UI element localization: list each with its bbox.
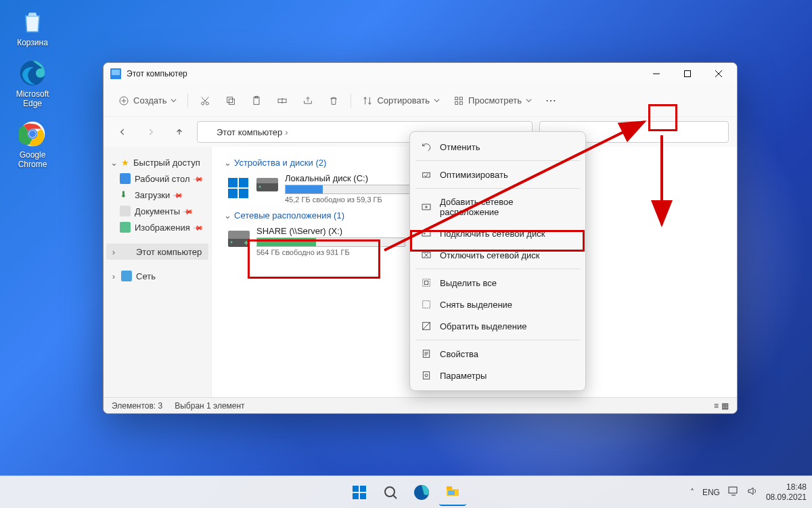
svg-rect-37 (424, 281, 428, 284)
ctx-map-drive[interactable]: Подключить сетевой диск (410, 223, 585, 244)
paste-button[interactable] (245, 89, 268, 112)
back-button[interactable] (112, 121, 133, 143)
up-button[interactable] (168, 121, 190, 143)
nav-this-pc[interactable]: ›Этот компьютер (106, 244, 208, 260)
rename-button[interactable] (271, 89, 294, 112)
svg-rect-52 (447, 486, 452, 489)
tray-network-icon[interactable] (728, 486, 739, 498)
svg-rect-14 (459, 97, 462, 99)
desktop-icons: Корзина Microsoft Edge Google Chrome (7, 7, 58, 180)
ctx-add-net-location[interactable]: Добавить сетевое расположение (410, 191, 585, 223)
view-tiles-icon[interactable]: ▦ (721, 401, 729, 411)
svg-point-30 (231, 241, 233, 243)
ctx-properties[interactable]: Свойства (410, 343, 585, 365)
svg-rect-49 (360, 493, 366, 499)
tray-lang[interactable]: ENG (702, 488, 720, 497)
nav-network[interactable]: ›Сеть (106, 268, 208, 284)
taskbar: ˄ ENG 18:48 08.09.2021 (0, 476, 812, 508)
drive-share-name: SHARE (\\Server) (X:) (256, 226, 405, 236)
nav-documents[interactable]: Документы📌 (106, 203, 208, 219)
taskbar-edge[interactable] (408, 479, 435, 506)
nav-pictures[interactable]: Изображения📌 (106, 219, 208, 235)
ctx-invert-selection[interactable]: Обратить выделение (410, 315, 585, 337)
chrome-shortcut[interactable]: Google Chrome (7, 119, 58, 169)
tray-chevron-icon[interactable]: ˄ (690, 488, 694, 497)
svg-rect-19 (228, 189, 238, 198)
edge-shortcut[interactable]: Microsoft Edge (7, 58, 58, 108)
titlebar[interactable]: Этот компьютер (104, 63, 737, 85)
view-label: Просмотреть (468, 95, 522, 106)
create-button[interactable]: Создать (113, 89, 182, 112)
windows-drive-icon (228, 178, 250, 200)
crumb-0[interactable]: Этот компьютер (217, 127, 291, 137)
svg-rect-17 (228, 178, 238, 187)
recycle-bin-icon (18, 7, 47, 37)
edge-label: Microsoft Edge (7, 89, 58, 108)
svg-rect-8 (229, 99, 235, 104)
drive-icon (256, 178, 278, 200)
ctx-disconnect-drive[interactable]: Отключить сетевой диск (410, 244, 585, 266)
window-title: Этот компьютер (127, 69, 641, 78)
network-drive-icon (228, 231, 250, 252)
nav-pane: ⌄★Быстрый доступ Рабочий стол📌 ⬇Загрузки… (104, 147, 212, 397)
svg-point-3 (29, 131, 36, 137)
view-details-icon[interactable]: ≡ (714, 401, 719, 411)
nav-quick-access[interactable]: ⌄★Быстрый доступ (106, 155, 208, 170)
svg-rect-48 (353, 493, 359, 499)
svg-rect-13 (455, 97, 458, 99)
drive-share-sub: 564 ГБ свободно из 931 ГБ (256, 248, 405, 256)
recycle-bin-label: Корзина (7, 38, 58, 47)
svg-rect-46 (353, 486, 359, 492)
ctx-select-none[interactable]: Снять выделение (410, 294, 585, 315)
taskbar-explorer[interactable] (439, 479, 466, 506)
status-bar: Элементов: 3 Выбран 1 элемент ≡ ▦ (104, 397, 737, 413)
edge-icon (18, 58, 47, 88)
svg-point-34 (424, 233, 425, 234)
minimize-button[interactable] (641, 63, 672, 85)
maximize-button[interactable] (672, 63, 703, 85)
pc-icon (202, 126, 212, 137)
svg-rect-20 (239, 189, 248, 198)
svg-rect-9 (227, 97, 233, 102)
system-tray: ˄ ENG 18:48 08.09.2021 (690, 482, 807, 502)
ctx-options[interactable]: Параметры (410, 365, 585, 386)
nav-downloads[interactable]: ⬇Загрузки📌 (106, 187, 208, 203)
share-button[interactable] (296, 89, 319, 112)
svg-point-42 (425, 374, 428, 377)
cut-button[interactable] (194, 89, 217, 112)
forward-button[interactable] (140, 121, 162, 143)
search-button[interactable] (377, 479, 404, 506)
view-button[interactable]: Просмотреть (448, 89, 537, 112)
start-button[interactable] (346, 479, 373, 506)
svg-point-7 (206, 102, 209, 105)
ctx-optimize[interactable]: Оптимизировать (410, 164, 585, 185)
svg-rect-41 (423, 372, 429, 379)
tray-volume-icon[interactable] (747, 486, 758, 498)
toolbar: Создать Сортировать Просмотреть ⋯ (104, 85, 737, 117)
svg-rect-47 (360, 486, 366, 492)
nav-desktop[interactable]: Рабочий стол📌 (106, 170, 208, 187)
svg-rect-4 (685, 71, 691, 77)
more-button[interactable]: ⋯ (540, 89, 563, 112)
svg-rect-16 (459, 101, 462, 104)
copy-button[interactable] (219, 89, 242, 112)
svg-point-6 (202, 102, 204, 105)
status-selected: Выбран 1 элемент (175, 401, 244, 411)
svg-point-23 (259, 185, 261, 187)
svg-rect-22 (256, 178, 278, 183)
create-label: Создать (133, 95, 166, 106)
ctx-undo[interactable]: Отменить (410, 136, 585, 158)
recycle-bin[interactable]: Корзина (7, 7, 58, 47)
tray-clock[interactable]: 18:48 08.09.2021 (766, 482, 807, 502)
sort-label: Сортировать (377, 95, 430, 106)
svg-rect-36 (423, 279, 430, 287)
sort-button[interactable]: Сортировать (357, 89, 445, 112)
close-button[interactable] (703, 63, 734, 85)
app-icon (110, 68, 121, 79)
ctx-select-all[interactable]: Выделить все (410, 272, 585, 294)
svg-rect-33 (422, 231, 430, 236)
chrome-icon (18, 119, 47, 149)
delete-button[interactable] (322, 89, 345, 112)
svg-rect-29 (228, 231, 250, 239)
svg-rect-38 (423, 301, 430, 308)
